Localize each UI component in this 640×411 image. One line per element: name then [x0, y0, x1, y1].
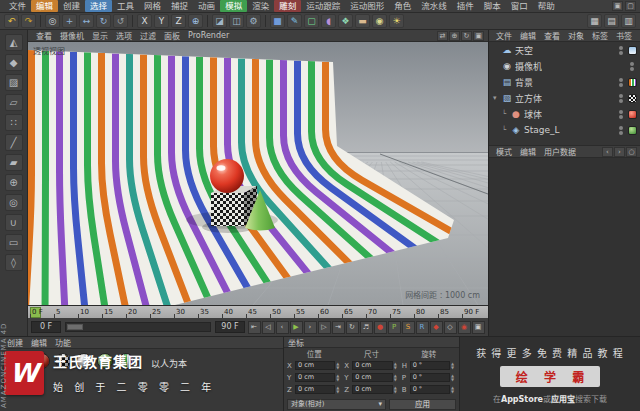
om-menu-edit[interactable]: 编辑 [516, 30, 540, 41]
toolbar-deformer-bend-icon[interactable]: ◖ [321, 14, 336, 28]
timeline-tick[interactable]: 50 [270, 306, 294, 318]
transport-goto-start-button[interactable]: ⇤ [248, 321, 261, 334]
timeline-tick[interactable]: 25 [150, 306, 174, 318]
menu-item-edit[interactable]: 编辑 [31, 0, 58, 12]
timeline-tick[interactable]: 75 [390, 306, 414, 318]
material-menu-function[interactable]: 功能 [51, 337, 75, 348]
viewport-menu-filter[interactable]: 过滤 [136, 30, 160, 41]
visibility-dot-top[interactable] [619, 126, 623, 130]
coord-input-scale-z[interactable]: 0 cm [352, 385, 392, 394]
menu-item-window[interactable]: 窗口 [506, 0, 533, 12]
transport-key-parameter-button[interactable]: ◆ [430, 321, 443, 334]
stepper-down-icon[interactable]: ▼ [336, 378, 341, 382]
material-menu-edit[interactable]: 编辑 [27, 337, 51, 348]
object-row-sky[interactable]: ☁天空 [489, 42, 640, 58]
toolbar-lock-y-icon[interactable]: Y [154, 14, 169, 28]
coord-input-scale-x[interactable]: 0 cm [352, 361, 392, 370]
history-forward-icon[interactable]: › [614, 147, 625, 157]
menu-item-plugins[interactable]: 插件 [452, 0, 479, 12]
object-row-cube[interactable]: ▾▧立方体 [489, 90, 640, 106]
viewport-menu-panel[interactable]: 面板 [160, 30, 184, 41]
stepper-down-icon[interactable]: ▼ [394, 378, 399, 382]
menu-item-mesh[interactable]: 网格 [139, 0, 166, 12]
visibility-dots[interactable] [619, 78, 623, 87]
stepper-icon[interactable]: ▲▼ [394, 386, 399, 394]
layout-standard-icon[interactable]: ▦ [587, 14, 602, 28]
transport-goto-end-button[interactable]: ⇥ [332, 321, 345, 334]
menu-item-sculpt[interactable]: 雕刻 [274, 0, 301, 12]
stepper-icon[interactable]: ▲▼ [451, 362, 456, 370]
timeline-tick[interactable]: 85 [438, 306, 462, 318]
toolbar-coord-system-icon[interactable]: ⊕ [188, 14, 203, 28]
edges-mode-icon[interactable]: ╱ [5, 134, 23, 151]
timeline-tick[interactable]: 15 [102, 306, 126, 318]
expand-arrow[interactable]: ▾ [493, 94, 501, 102]
timeline-tick[interactable]: 10 [78, 306, 102, 318]
timeline-tick[interactable]: 60 [318, 306, 342, 318]
menu-item-motion-tracker[interactable]: 运动跟踪 [301, 0, 345, 12]
transport-key-position-button[interactable]: P [388, 321, 401, 334]
timeline-slider[interactable] [65, 322, 211, 332]
toolbar-spline-pen-icon[interactable]: ✎ [287, 14, 302, 28]
transport-key-rotation-button[interactable]: R [416, 321, 429, 334]
transport-prev-key-button[interactable]: ◁ [262, 321, 275, 334]
transport-key-pla-button[interactable]: ◇ [444, 321, 457, 334]
timeline-tick[interactable]: 55 [294, 306, 318, 318]
visibility-dot-top[interactable] [630, 62, 634, 66]
red-sphere[interactable] [210, 159, 244, 193]
visibility-dots[interactable] [619, 110, 623, 119]
timeline-slider-handle[interactable] [67, 324, 83, 330]
visibility-dot-bottom[interactable] [630, 67, 634, 71]
visibility-dots[interactable] [619, 126, 623, 135]
coord-input-scale-y[interactable]: 0 cm [352, 373, 392, 382]
make-editable-icon[interactable]: ◭ [5, 34, 23, 51]
object-row-sphere[interactable]: └●球体 [489, 106, 640, 122]
visibility-dot-top[interactable] [619, 94, 623, 98]
transport-record-button[interactable]: ● [374, 321, 387, 334]
end-frame-field[interactable]: 90 F [215, 321, 245, 333]
menu-item-character[interactable]: 角色 [389, 0, 416, 12]
coord-input-position-x[interactable]: 0 cm [295, 361, 335, 370]
timeline-tick[interactable]: 80 [414, 306, 438, 318]
menu-item-create[interactable]: 创建 [58, 0, 85, 12]
timeline-tick[interactable]: 40 [222, 306, 246, 318]
interface-layout-icon[interactable]: ▣ [612, 1, 623, 11]
viewport-menu-view[interactable]: 查看 [32, 30, 56, 41]
stepper-down-icon[interactable]: ▼ [394, 366, 399, 370]
menu-item-simulate[interactable]: 模拟 [220, 0, 247, 12]
visibility-dot-bottom[interactable] [619, 131, 623, 135]
coord-input-rotation-b[interactable]: 0 ° [410, 385, 450, 394]
stepper-down-icon[interactable]: ▼ [451, 366, 456, 370]
visibility-dots[interactable] [619, 94, 623, 103]
timeline-tick[interactable]: 0 F [30, 306, 54, 318]
menu-item-snap[interactable]: 捕捉 [166, 0, 193, 12]
stepper-icon[interactable]: ▲▼ [451, 386, 456, 394]
viewport-menu-prorender[interactable]: ProRender [184, 31, 233, 40]
coord-mode-select[interactable]: 对象(相对) ▾ [287, 399, 386, 410]
menu-item-mograph[interactable]: 运动图形 [345, 0, 389, 12]
object-row-stage[interactable]: └◈Stage_L [489, 122, 640, 138]
transport-sound-button[interactable]: ♬ [360, 321, 373, 334]
workplane-icon[interactable]: ▭ [5, 234, 23, 251]
toolbar-subdivision-surface-icon[interactable]: ▢ [304, 14, 319, 28]
toolbar-move-icon[interactable]: + [62, 14, 77, 28]
am-menu-mode[interactable]: 模式 [492, 146, 516, 157]
viewport-solo-icon[interactable]: ◎ [5, 194, 23, 211]
tag-sky-chip[interactable] [628, 46, 637, 55]
stepper-icon[interactable]: ▲▼ [336, 362, 341, 370]
coord-input-rotation-h[interactable]: 0 ° [410, 361, 450, 370]
transport-camera-key-button[interactable]: ▣ [472, 321, 485, 334]
current-frame-field[interactable]: 0 F [31, 321, 61, 333]
history-back-icon[interactable]: ‹ [602, 147, 613, 157]
coord-input-position-z[interactable]: 0 cm [295, 385, 335, 394]
toolbar-render-view-icon[interactable]: ◪ [212, 14, 227, 28]
visibility-dots[interactable] [619, 46, 623, 55]
timeline-ruler[interactable]: 0 F51015202530354045505560657075808590 F [28, 305, 488, 318]
toolbar-floor-icon[interactable]: ▬ [355, 14, 370, 28]
transport-autokey-button[interactable]: ◉ [458, 321, 471, 334]
tag-red-chip[interactable] [628, 110, 637, 119]
om-menu-tags[interactable]: 标签 [588, 30, 612, 41]
visibility-dot-top[interactable] [619, 46, 623, 50]
timeline-tick[interactable]: 30 [174, 306, 198, 318]
tag-stripes-chip[interactable] [628, 78, 637, 87]
